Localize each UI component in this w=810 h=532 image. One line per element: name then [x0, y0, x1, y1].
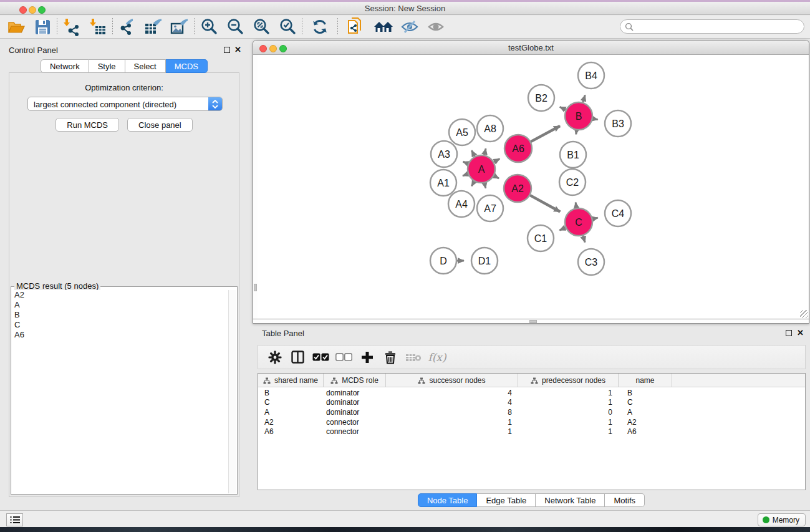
mcds-result-item[interactable]: C: [12, 320, 228, 330]
cell-name[interactable]: C: [619, 398, 672, 407]
clone-network-button[interactable]: [339, 17, 370, 37]
memory-button[interactable]: Memory: [758, 513, 806, 526]
cell-shared_name[interactable]: A6: [258, 427, 324, 436]
zoom-out-button[interactable]: [222, 17, 248, 37]
toggle-birdseye-button[interactable]: [423, 17, 449, 37]
table-row[interactable]: A2connector11A2: [258, 417, 805, 427]
tab-network[interactable]: Network: [41, 59, 89, 73]
resize-grip-icon[interactable]: [800, 310, 808, 318]
deselect-all-rows-button[interactable]: [332, 347, 355, 367]
edge-C-C4[interactable]: [592, 218, 597, 219]
import-network-button[interactable]: [59, 17, 85, 37]
graph-node-C4[interactable]: C4: [605, 200, 631, 226]
cell-name[interactable]: B: [619, 389, 672, 397]
edge-A6-B[interactable]: [531, 126, 560, 142]
search-input[interactable]: [637, 21, 799, 32]
network-window-titlebar[interactable]: testGlobe.txt: [253, 41, 809, 55]
edge-A-A6[interactable]: [494, 159, 499, 162]
cell-predecessor_nodes[interactable]: 1: [518, 418, 619, 427]
export-image-button[interactable]: [166, 17, 193, 37]
network-graph[interactable]: B4B2BB3A8A5A6A3B1AA1C2A2A4A7C4CC1C3DD1: [253, 55, 809, 320]
select-all-rows-button[interactable]: [309, 347, 332, 367]
tab-style[interactable]: Style: [89, 59, 125, 73]
table-row[interactable]: Adominator80A: [258, 407, 805, 417]
graph-node-B4[interactable]: B4: [578, 62, 604, 89]
edge-B-B1[interactable]: [576, 130, 577, 135]
cell-mcds_role[interactable]: connector: [324, 418, 386, 427]
mcds-result-item[interactable]: A6: [12, 330, 228, 340]
cell-predecessor_nodes[interactable]: 1: [518, 427, 619, 436]
edge-B-B4[interactable]: [583, 95, 586, 102]
edge-C-C3[interactable]: [583, 236, 585, 243]
graph-node-A2[interactable]: A2: [504, 175, 531, 202]
close-panel-icon[interactable]: ✕: [234, 45, 241, 54]
cell-predecessor_nodes[interactable]: 0: [518, 408, 619, 417]
cell-name[interactable]: A: [619, 408, 672, 417]
edge-A-A3[interactable]: [463, 162, 468, 163]
save-session-button[interactable]: [29, 17, 55, 37]
graph-node-C3[interactable]: C3: [578, 249, 604, 275]
show-column-panel-button[interactable]: [286, 347, 309, 367]
cell-predecessor_nodes[interactable]: 1: [518, 398, 619, 407]
edge-B-B3[interactable]: [593, 118, 598, 120]
graph-node-B[interactable]: B: [565, 102, 592, 130]
network-vertical-scrollbar[interactable]: [253, 55, 258, 320]
tab-mcds[interactable]: MCDS: [166, 59, 208, 73]
network-horizontal-scrollbar[interactable]: [253, 319, 809, 323]
mcds-result-list[interactable]: A2ABCA6: [12, 290, 228, 493]
import-table-button[interactable]: [85, 17, 111, 37]
cell-successor_nodes[interactable]: 1: [386, 427, 518, 436]
graph-node-C1[interactable]: C1: [528, 225, 554, 251]
graph-node-A5[interactable]: A5: [449, 119, 475, 145]
graph-node-C2[interactable]: C2: [559, 169, 586, 195]
graph-node-A[interactable]: A: [468, 155, 495, 183]
mcds-result-item[interactable]: A2: [12, 290, 228, 300]
edge-C-C1[interactable]: [559, 228, 565, 230]
graph-node-C[interactable]: C: [565, 208, 592, 236]
open-session-button[interactable]: [3, 17, 29, 37]
close-table-panel-icon[interactable]: ✕: [797, 328, 804, 337]
task-history-button[interactable]: [6, 513, 23, 526]
float-panel-icon[interactable]: [224, 47, 230, 53]
cell-successor_nodes[interactable]: 4: [386, 398, 518, 407]
network-canvas[interactable]: B4B2BB3A8A5A6A3B1AA1C2A2A4A7C4CC1C3DD1: [253, 55, 809, 320]
cell-mcds_role[interactable]: dominator: [324, 389, 386, 397]
cell-shared_name[interactable]: B: [258, 389, 324, 397]
close-panel-button[interactable]: Close panel: [127, 118, 193, 132]
tab-motifs[interactable]: Motifs: [605, 493, 645, 507]
cell-successor_nodes[interactable]: 8: [386, 408, 518, 417]
table-settings-button[interactable]: [263, 347, 286, 367]
refresh-layout-button[interactable]: [304, 17, 336, 37]
graph-node-B2[interactable]: B2: [528, 85, 554, 111]
edge-C-C2[interactable]: [576, 203, 576, 208]
hide-panels-button[interactable]: [397, 17, 423, 37]
export-table-button[interactable]: [140, 17, 166, 37]
column-header-predecessor_nodes[interactable]: predecessor nodes: [518, 374, 619, 387]
cell-successor_nodes[interactable]: 4: [386, 389, 518, 397]
cell-shared_name[interactable]: A2: [258, 418, 324, 427]
graph-node-A1[interactable]: A1: [430, 170, 456, 196]
edge-A-A2[interactable]: [494, 176, 499, 178]
optimization-criterion-select[interactable]: largest connected component (directed): [27, 97, 223, 111]
node-table[interactable]: shared nameMCDS rolesuccessor nodesprede…: [258, 373, 806, 490]
mcds-list-scrollbar[interactable]: [228, 290, 236, 493]
graph-node-A6[interactable]: A6: [504, 135, 532, 162]
show-all-panels-button[interactable]: [370, 17, 397, 37]
column-header-successor_nodes[interactable]: successor nodes: [386, 374, 518, 387]
edge-A2-C[interactable]: [530, 195, 560, 211]
cell-predecessor_nodes[interactable]: 1: [518, 389, 619, 397]
cell-shared_name[interactable]: A: [258, 408, 324, 417]
tab-node-table[interactable]: Node Table: [418, 493, 478, 507]
cell-mcds_role[interactable]: dominator: [324, 398, 386, 407]
function-builder-button[interactable]: f(x): [425, 347, 448, 367]
edge-A-A4[interactable]: [471, 181, 474, 186]
edge-A-A7[interactable]: [485, 183, 486, 188]
graph-node-A8[interactable]: A8: [477, 115, 503, 142]
cell-successor_nodes[interactable]: 1: [386, 418, 518, 427]
edge-A-A8[interactable]: [485, 148, 486, 155]
graph-node-D[interactable]: D: [430, 248, 456, 274]
column-header-mcds_role[interactable]: MCDS role: [324, 374, 386, 387]
graph-node-A4[interactable]: A4: [448, 191, 475, 217]
export-network-button[interactable]: [114, 17, 140, 37]
graph-node-B1[interactable]: B1: [560, 142, 586, 168]
